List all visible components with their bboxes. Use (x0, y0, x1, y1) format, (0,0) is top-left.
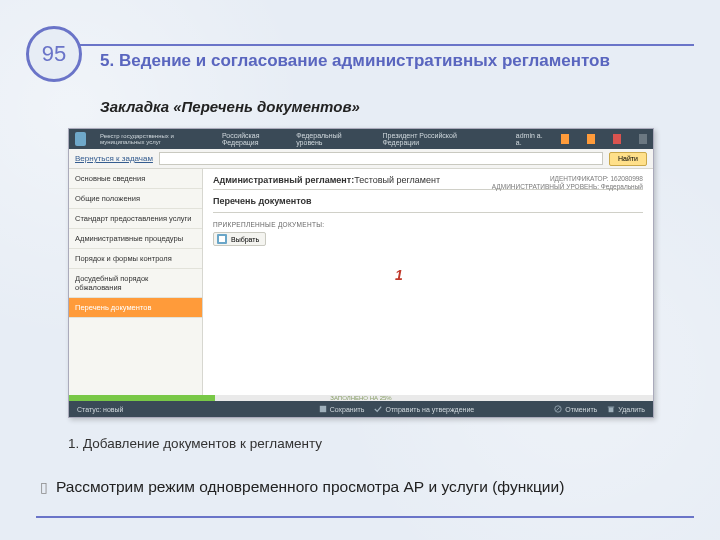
delete-button-label: Удалить (618, 406, 645, 413)
topbar-button-2[interactable] (587, 134, 595, 144)
submit-button-label: Отправить на утверждение (385, 406, 474, 413)
section-title: Перечень документов (203, 192, 653, 210)
level-label: Федеральный уровень (296, 132, 354, 146)
find-button[interactable]: Найти (609, 152, 647, 166)
status-label: Статус: новый (77, 406, 123, 413)
crumb-name: Тестовый регламент (354, 175, 440, 185)
app-logo-icon (75, 132, 86, 146)
top-rule (36, 44, 694, 46)
caption-1: 1. Добавление документов к регламенту (68, 436, 322, 451)
topbar-button-3[interactable] (613, 134, 621, 144)
slide-number-badge: 95 (26, 26, 82, 82)
meta-block: ИДЕНТИФИКАТОР: 162080998 АДМИНИСТРАТИВНЫ… (492, 175, 643, 192)
user-label: admin a. a. (516, 132, 543, 146)
cancel-icon (554, 405, 562, 413)
svg-rect-4 (608, 407, 614, 408)
sidebar-item-2[interactable]: Стандарт предоставления услуги (69, 209, 202, 229)
sidebar-item-3[interactable]: Административные процедуры (69, 229, 202, 249)
bullet-icon: ▯ (40, 479, 48, 495)
topbar-button-1[interactable] (561, 134, 569, 144)
check-icon (374, 405, 382, 413)
trash-icon (607, 405, 615, 413)
svg-line-2 (557, 407, 560, 410)
svg-rect-3 (609, 407, 614, 412)
meta-level: АДМИНИСТРАТИВНЫЙ УРОВЕНЬ: Федеральный (492, 183, 643, 191)
main-panel: ИДЕНТИФИКАТОР: 162080998 АДМИНИСТРАТИВНЫ… (203, 169, 653, 395)
search-bar: Вернуться к задачам Найти (69, 149, 653, 169)
cancel-button[interactable]: Отменить (554, 405, 597, 413)
svg-rect-0 (319, 406, 325, 412)
app-logo-text: Реестр государственных и муниципальных у… (100, 133, 208, 145)
bullet-line: ▯Рассмотрим режим одновременного просмот… (40, 478, 690, 496)
sidebar-item-0[interactable]: Основные сведения (69, 169, 202, 189)
sidebar-item-6[interactable]: Перечень документов (69, 298, 202, 318)
cancel-button-label: Отменить (565, 406, 597, 413)
search-input[interactable] (159, 152, 603, 165)
delete-button[interactable]: Удалить (607, 405, 645, 413)
app-screenshot: Реестр государственных и муниципальных у… (68, 128, 654, 418)
topbar-button-4[interactable] (639, 134, 647, 144)
save-button-label: Сохранить (330, 406, 365, 413)
slide-number: 95 (42, 41, 66, 67)
file-icon (217, 234, 227, 244)
slide-subtitle: Закладка «Перечень документов» (100, 98, 360, 115)
attach-label: ПРИКРЕПЛЕННЫЕ ДОКУМЕНТЫ: (203, 215, 653, 230)
sidebar-item-4[interactable]: Порядок и формы контроля (69, 249, 202, 269)
choose-file-label: Выбрать (231, 236, 259, 243)
choose-file-button[interactable]: Выбрать (213, 232, 266, 246)
bottom-rule (36, 516, 694, 518)
region-label: Российская Федерация (222, 132, 282, 146)
sidebar-item-5[interactable]: Досудебный порядок обжалования (69, 269, 202, 298)
app-topbar: Реестр государственных и муниципальных у… (69, 129, 653, 149)
save-icon (319, 405, 327, 413)
crumb-prefix: Административный регламент: (213, 175, 354, 185)
submit-button[interactable]: Отправить на утверждение (374, 405, 474, 413)
president-label: Президент Российской Федерации (383, 132, 472, 146)
sidebar-item-1[interactable]: Общие положения (69, 189, 202, 209)
save-button[interactable]: Сохранить (319, 405, 365, 413)
callout-1: 1 (395, 267, 403, 283)
sidebar: Основные сведения Общие положения Станда… (69, 169, 203, 395)
slide-title: 5. Ведение и согласование административн… (100, 50, 690, 71)
back-link[interactable]: Вернуться к задачам (75, 154, 153, 163)
status-bar: Статус: новый Сохранить Отправить на утв… (69, 401, 653, 417)
bullet-text: Рассмотрим режим одновременного просмотр… (56, 478, 564, 495)
divider-2 (213, 212, 643, 213)
